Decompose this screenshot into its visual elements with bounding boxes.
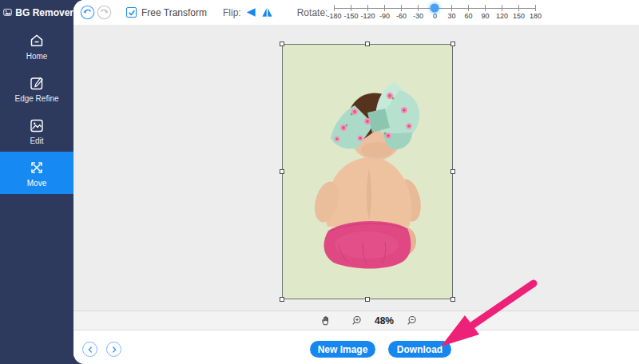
- bg-remover-app: BG Remover Home Edge Refine: [0, 0, 639, 364]
- sidebar-item-home[interactable]: Home: [0, 25, 73, 67]
- sidebar-nav: Home Edge Refine Edit: [0, 25, 73, 194]
- resize-handle-se[interactable]: [450, 297, 455, 302]
- canvas-area[interactable]: [73, 25, 639, 311]
- sidebar-item-label: Move: [27, 179, 46, 188]
- zoom-strip: 48%: [73, 311, 639, 330]
- rotate-tick-label: 0: [433, 12, 437, 20]
- home-icon: [28, 32, 46, 49]
- rotate-slider-handle[interactable]: [431, 4, 439, 13]
- rotate-tick-mark: [518, 5, 519, 11]
- chevron-right-icon: [109, 345, 119, 354]
- resize-handle-e[interactable]: [450, 169, 455, 174]
- chevron-left-icon: [85, 345, 95, 354]
- download-button[interactable]: Download: [388, 341, 451, 358]
- rotate-tick-label: 120: [496, 12, 508, 20]
- flip-horizontal-icon: [245, 6, 257, 18]
- rotate-tick-mark: [502, 5, 502, 11]
- sidebar-item-label: Edit: [30, 136, 43, 145]
- hand-pan-icon: [320, 315, 332, 326]
- new-image-button[interactable]: New Image: [310, 341, 375, 358]
- rotate-tick-mark: [351, 5, 351, 11]
- move-icon: [28, 159, 46, 176]
- sidebar-item-move[interactable]: Move: [0, 152, 73, 194]
- rotate-tick-mark: [384, 5, 385, 11]
- undo-icon: [80, 5, 95, 20]
- rotate-tick-mark: [468, 5, 469, 11]
- redo-button[interactable]: [97, 5, 112, 20]
- rotate-tick-mark: [418, 5, 419, 11]
- zoom-in-button[interactable]: [351, 315, 363, 326]
- rotate-tick-label: 90: [481, 12, 489, 20]
- zoom-level: 48%: [375, 315, 394, 326]
- rotate-tick-mark: [535, 5, 536, 11]
- resize-handle-n[interactable]: [365, 42, 370, 46]
- zoom-in-icon: [351, 315, 363, 326]
- sidebar-item-label: Edge Refine: [14, 94, 58, 103]
- flip-horizontal-button[interactable]: [245, 6, 257, 18]
- top-toolbar: Free Transform Flip: Rotate: -180-150-12…: [73, 0, 639, 25]
- redo-icon: [97, 5, 112, 20]
- app-title: BG Remover: [15, 7, 73, 18]
- rotate-tick-label: 30: [447, 12, 455, 20]
- rotate-tick-label: -90: [379, 12, 390, 20]
- rotate-slider[interactable]: -180-150-120-90-60-300306090120150180: [334, 0, 535, 25]
- rotate-tick-mark: [334, 5, 335, 11]
- edit-icon: [28, 117, 46, 134]
- resize-handle-w[interactable]: [280, 169, 284, 174]
- free-transform-checkbox[interactable]: [126, 7, 137, 18]
- rotate-tick-mark: [485, 5, 486, 11]
- sidebar-item-edge-refine[interactable]: Edge Refine: [0, 67, 73, 109]
- rotate-tick-mark: [401, 5, 402, 11]
- flip-vertical-icon: [261, 6, 273, 18]
- pan-hand-button[interactable]: [320, 315, 332, 326]
- free-transform-label: Free Transform: [141, 7, 207, 18]
- sidebar-item-label: Home: [26, 52, 48, 61]
- checkmark-icon: [128, 9, 136, 17]
- sidebar: BG Remover Home Edge Refine: [0, 0, 73, 364]
- baby-photo: [283, 45, 452, 299]
- rotate-tick-mark: [367, 5, 368, 11]
- rotate-label: Rotate:: [297, 7, 328, 18]
- image-logo-icon: [3, 6, 12, 19]
- rotate-tick-mark: [451, 5, 452, 11]
- flip-vertical-button[interactable]: [261, 6, 273, 18]
- rotate-tick-label: 60: [464, 12, 472, 20]
- resize-handle-sw[interactable]: [280, 297, 284, 302]
- sidebar-item-edit[interactable]: Edit: [0, 109, 73, 152]
- rotate-tick-label: -60: [396, 12, 407, 20]
- rotate-tick-label: 180: [530, 12, 542, 20]
- zoom-out-button[interactable]: [406, 315, 418, 326]
- next-image-button[interactable]: [106, 342, 121, 357]
- rotate-tick-label: 150: [513, 12, 525, 20]
- app-logo: BG Remover: [0, 0, 73, 19]
- rotate-tick-label: -180: [327, 12, 341, 20]
- main-panel: Free Transform Flip: Rotate: -180-150-12…: [73, 0, 639, 364]
- rotate-tick-label: -30: [413, 12, 423, 20]
- zoom-out-icon: [406, 315, 418, 326]
- undo-button[interactable]: [80, 5, 95, 20]
- rotate-tick-label: -150: [343, 12, 358, 20]
- resize-handle-nw[interactable]: [280, 42, 284, 46]
- prev-image-button[interactable]: [82, 342, 97, 357]
- image-selection[interactable]: [282, 44, 453, 299]
- flip-label: Flip:: [223, 7, 241, 18]
- resize-handle-s[interactable]: [365, 297, 370, 302]
- rotate-tick-label: -120: [360, 12, 375, 20]
- edge-refine-icon: [28, 74, 46, 92]
- resize-handle-ne[interactable]: [450, 42, 455, 46]
- footer-bar: New Image Download: [73, 330, 639, 364]
